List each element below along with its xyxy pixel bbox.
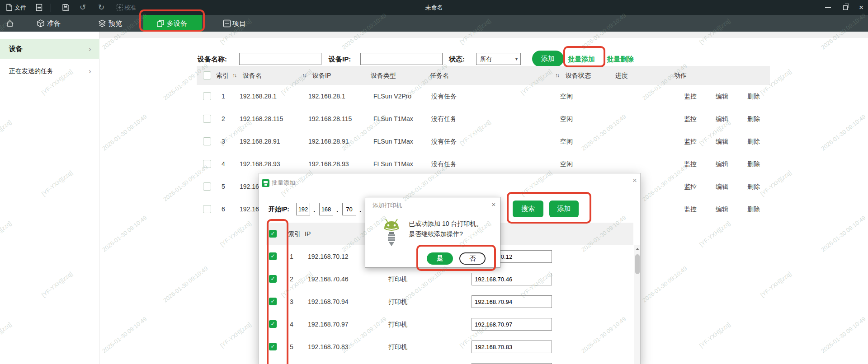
modal-select-all-checkbox[interactable]: ✓: [269, 230, 277, 238]
monitor-link[interactable]: 监控: [684, 107, 697, 130]
edit-link[interactable]: 编辑: [716, 130, 728, 153]
modal-column-header-index: 索引: [288, 223, 301, 245]
sort-icon[interactable]: ↑↓: [232, 66, 236, 85]
modal-add-button[interactable]: 添加: [549, 201, 579, 217]
delete-link[interactable]: 删除: [747, 85, 760, 107]
delete-link[interactable]: 删除: [747, 107, 760, 130]
scrollbar-thumb[interactable]: [635, 254, 640, 274]
cell-device-status: 空闲: [560, 153, 573, 175]
dialog-message-line1: 已成功添加 10 台打印机。: [409, 220, 482, 228]
edit-link[interactable]: 编辑: [716, 153, 728, 175]
modal-ip-input[interactable]: [472, 318, 552, 331]
status-select[interactable]: 所有 ▾: [476, 53, 521, 65]
edit-link[interactable]: 编辑: [716, 85, 728, 107]
sort-icon[interactable]: ↑↓: [302, 66, 306, 85]
table-row: 3192.168.28.91192.168.28.91FLSun T1Max没有…: [197, 130, 770, 153]
cell-index: 4: [222, 153, 225, 175]
monitor-link[interactable]: 监控: [684, 85, 697, 107]
modal-search-button[interactable]: 搜索: [513, 201, 543, 217]
modal-row-checkbox[interactable]: ✓: [269, 275, 277, 283]
row-checkbox[interactable]: [203, 115, 211, 123]
status-select-value: 所有: [480, 53, 492, 65]
undo-icon[interactable]: ↺: [80, 0, 86, 15]
ip-segment-3[interactable]: [342, 203, 356, 215]
delete-link[interactable]: 删除: [747, 153, 760, 175]
no-button[interactable]: 否: [459, 252, 486, 265]
row-checkbox[interactable]: [203, 137, 211, 145]
delete-link[interactable]: 删除: [747, 175, 760, 198]
column-header-ip: 设备IP: [312, 66, 331, 85]
redo-icon[interactable]: ↻: [98, 0, 104, 15]
monitor-link[interactable]: 监控: [684, 130, 697, 153]
scrollbar[interactable]: [634, 245, 640, 364]
tab-prepare[interactable]: 准备: [47, 15, 61, 32]
cell-device-status: 空闲: [560, 130, 573, 153]
delete-link[interactable]: 删除: [747, 198, 760, 220]
modal-row-checkbox[interactable]: ✓: [269, 343, 277, 350]
notes-icon[interactable]: [36, 4, 42, 13]
ip-dot: .: [313, 206, 315, 214]
modal-ip-input[interactable]: [472, 295, 552, 308]
save-icon[interactable]: [62, 4, 70, 13]
batch-add-button[interactable]: 批量添加: [568, 53, 595, 65]
row-checkbox[interactable]: [203, 182, 211, 191]
minimize-button[interactable]: [820, 0, 835, 15]
modal-cell-ip: 192.168.70.83: [308, 336, 349, 358]
row-checkbox[interactable]: [203, 160, 211, 168]
maximize-button[interactable]: [837, 0, 853, 15]
dialog-message-line2: 是否继续添加操作?: [409, 230, 463, 238]
yes-button[interactable]: 是: [427, 252, 453, 265]
sort-icon[interactable]: ↑↓: [555, 66, 559, 85]
cell-device-ip: 192.168.28.1: [308, 85, 345, 107]
close-icon[interactable]: ×: [629, 175, 641, 187]
toolbar-divider: [51, 4, 51, 12]
modal-table-row: ✓5192.168.70.83打印机: [266, 336, 633, 358]
modal-cell-type: 打印机: [388, 290, 407, 313]
batch-delete-button[interactable]: 批量删除: [607, 53, 634, 65]
select-all-checkbox[interactable]: [203, 71, 211, 79]
cell-device-name: 192.16: [240, 198, 259, 220]
device-ip-filter-input[interactable]: [360, 53, 443, 65]
modal-cell-ip: 192.168.70.94: [308, 290, 349, 313]
cell-index: 1: [222, 85, 225, 107]
monitor-link[interactable]: 监控: [684, 175, 697, 198]
row-checkbox[interactable]: [203, 205, 211, 213]
row-checkbox[interactable]: [203, 92, 211, 100]
modal-table-row: ✓4192.168.70.97打印机: [266, 313, 633, 336]
modal-row-checkbox[interactable]: ✓: [269, 252, 277, 260]
tab-multi-device[interactable]: 多设备: [143, 15, 202, 32]
column-header-index: 索引: [216, 66, 229, 85]
ip-segment-1[interactable]: [296, 203, 310, 215]
cell-task-name: 没有任务: [431, 85, 457, 107]
modal-ip-input[interactable]: [472, 273, 552, 285]
modal-row-checkbox[interactable]: ✓: [269, 320, 277, 328]
calibrate-icon: [116, 4, 123, 13]
file-menu[interactable]: 文件: [14, 0, 26, 15]
tab-project[interactable]: 项目: [232, 15, 246, 32]
app-window: 文件 ↺ ↻ 校准 未命名 × 准备 预览: [0, 0, 868, 364]
add-device-button[interactable]: 添加: [532, 51, 564, 67]
scroll-up-icon[interactable]: [636, 248, 639, 250]
home-icon[interactable]: [5, 19, 14, 30]
edit-link[interactable]: 编辑: [716, 175, 728, 198]
column-header-progress: 进度: [615, 66, 628, 85]
ip-segment-2[interactable]: [319, 203, 333, 215]
modal-row-checkbox[interactable]: ✓: [269, 298, 277, 305]
monitor-link[interactable]: 监控: [684, 153, 697, 175]
close-icon[interactable]: ×: [488, 199, 499, 210]
edit-link[interactable]: 编辑: [716, 198, 728, 220]
cell-device-type: FLSun V2Pro: [373, 85, 411, 107]
modal-cell-ip: 192.168.70.46: [308, 268, 349, 290]
tab-preview[interactable]: 预览: [108, 15, 122, 32]
cell-task-name: 没有任务: [431, 130, 457, 153]
modal-ip-input[interactable]: [472, 341, 552, 353]
edit-link[interactable]: 编辑: [716, 107, 728, 130]
cell-index: 3: [222, 130, 225, 153]
delete-link[interactable]: 删除: [747, 130, 760, 153]
file-page-icon: [6, 4, 13, 13]
monitor-link[interactable]: 监控: [684, 198, 697, 220]
close-window-button[interactable]: ×: [854, 0, 868, 15]
modal-cell-index: 5: [290, 336, 293, 358]
device-name-filter-input[interactable]: [239, 53, 321, 65]
project-icon: [222, 19, 231, 30]
